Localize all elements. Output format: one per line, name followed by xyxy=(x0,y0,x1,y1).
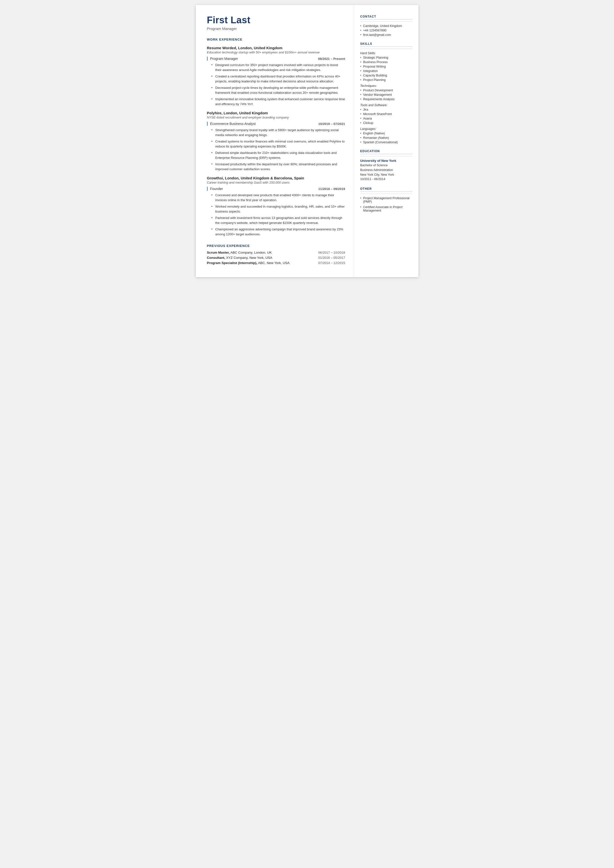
job-2-bullets: Strengthened company brand loyalty with … xyxy=(211,128,345,171)
prev-exp-3-title: Program Specialist (Internship), ABC, Ne… xyxy=(207,261,290,265)
techniques-subheader: Techniques: xyxy=(360,84,412,88)
prev-exp-2: Consultant, XYZ Company, New York, USA 0… xyxy=(207,256,345,259)
company-3-desc: Career training and membership SaaS with… xyxy=(207,181,345,184)
company-2-bold: Polyhire, xyxy=(207,111,223,115)
languages-list: English (Native) Romanian (Native) Spani… xyxy=(360,132,412,144)
skills-divider xyxy=(360,49,412,49)
prev-exp-3: Program Specialist (Internship), ABC, Ne… xyxy=(207,261,345,265)
prev-exp-2-dates: 01/2016 – 05/2017 xyxy=(318,256,345,259)
list-item: Implemented an innovative ticketing syst… xyxy=(211,97,345,106)
tool-jira: Jira xyxy=(360,108,412,111)
languages-subheader: Languages: xyxy=(360,127,412,130)
contact-address: Cambridge, United Kingdom xyxy=(360,24,412,28)
edu-location: New York City, New York xyxy=(360,173,394,176)
list-item: Decreased project cycle times by develop… xyxy=(211,85,345,95)
other-header: OTHER xyxy=(360,187,412,192)
edu-dates: 10/2011 - 06/2014 xyxy=(360,177,385,181)
tools-subheader: Tools and Software: xyxy=(360,103,412,107)
lang-english: English (Native) xyxy=(360,132,412,135)
contact-email: first.last@gmail.com xyxy=(360,33,412,37)
job-1-role-row: Program Manager 08/2021 – Present xyxy=(207,57,345,61)
skill-business-process: Business Process xyxy=(360,61,412,64)
tool-clickup: Clickup xyxy=(360,121,412,125)
skill-proposal-writing: Proposal Writing xyxy=(360,65,412,68)
skill-integration: Integration xyxy=(360,69,412,73)
tool-asana: Asana xyxy=(360,117,412,120)
tool-sharepoint: Microsoft SharePoint xyxy=(360,112,412,116)
list-item: Conceived and developed new products tha… xyxy=(211,193,345,202)
main-column: First Last Program Manager WORK EXPERIEN… xyxy=(196,5,354,277)
contact-phone: +44 1234567890 xyxy=(360,29,412,32)
company-1-rest: London, United Kingdom xyxy=(237,46,282,50)
skill-product-development: Product Development xyxy=(360,89,412,92)
job-1-dates: 08/2021 – Present xyxy=(318,57,345,61)
prev-exp-2-bold: Consultant, xyxy=(207,256,225,259)
contact-header: CONTACT xyxy=(360,15,412,20)
field-text: Business Administration xyxy=(360,168,393,172)
prev-exp-2-rest: XYZ Company, New York, USA xyxy=(225,256,272,259)
hard-skills-list: Strategic Planning Business Process Prop… xyxy=(360,56,412,82)
skill-capacity-building: Capacity Building xyxy=(360,74,412,77)
sidebar: CONTACT Cambridge, United Kingdom +44 12… xyxy=(354,5,419,277)
company-2-desc: NYSE-listed recruitment and employer bra… xyxy=(207,116,345,119)
other-capm: Certified Associate in Project Managemen… xyxy=(360,205,412,212)
job-3: Growthsi, London, United Kingdom & Barce… xyxy=(207,176,345,236)
list-item: Strengthened company brand loyalty with … xyxy=(211,128,345,137)
education-header: EDUCATION xyxy=(360,149,412,154)
prev-exp-1: Scrum Master, ABC Company, London, UK 06… xyxy=(207,251,345,255)
techniques-list: Product Development Vendor Management Re… xyxy=(360,89,412,101)
skill-project-planning: Project Planning xyxy=(360,78,412,82)
resume-container: First Last Program Manager WORK EXPERIEN… xyxy=(196,5,419,277)
company-2-name: Polyhire, London, United Kingdom xyxy=(207,111,345,115)
company-1-bold: Resume Worded, xyxy=(207,46,237,50)
work-experience-header: WORK EXPERIENCE xyxy=(207,37,345,41)
list-item: Created systems to monitor finances with… xyxy=(211,139,345,149)
prev-exp-2-title: Consultant, XYZ Company, New York, USA xyxy=(207,256,273,259)
other-pmp: Project Management Professional (PMP) xyxy=(360,196,412,203)
job-2-role-row: Ecommerce Business Analyst 10/2019 – 07/… xyxy=(207,122,345,126)
full-name: First Last xyxy=(207,15,345,25)
job-2-dates: 10/2019 – 07/2021 xyxy=(318,122,345,126)
degree-text: Bachelor of Science xyxy=(360,163,388,167)
hard-skills-subheader: Hard Skills: xyxy=(360,51,412,55)
job-3-role-title: Founder xyxy=(210,187,223,191)
list-item: Delivered simple dashboards for 210+ sta… xyxy=(211,151,345,160)
job-3-bullets: Conceived and developed new products tha… xyxy=(211,193,345,236)
tools-list: Jira Microsoft SharePoint Asana Clickup xyxy=(360,108,412,125)
company-3-bold: Growthsi, xyxy=(207,176,224,180)
other-divider xyxy=(360,194,412,194)
skill-vendor-management: Vendor Management xyxy=(360,93,412,96)
prev-exp-3-dates: 07/2014 – 12/2015 xyxy=(318,261,345,265)
prev-exp-1-dates: 06/2017 – 10/2018 xyxy=(318,251,345,255)
job-2-role-title: Ecommerce Business Analyst xyxy=(210,122,256,126)
contact-list: Cambridge, United Kingdom +44 1234567890… xyxy=(360,24,412,37)
list-item: Worked remotely and succeeded in managin… xyxy=(211,204,345,214)
list-item: Created a centralized reporting dashboar… xyxy=(211,74,345,84)
company-2-rest: London, United Kingdom xyxy=(223,111,268,115)
job-title: Program Manager xyxy=(207,26,345,31)
job-2: Polyhire, London, United Kingdom NYSE-li… xyxy=(207,111,345,171)
company-1-name: Resume Worded, London, United Kingdom xyxy=(207,46,345,50)
previous-experience-list: Scrum Master, ABC Company, London, UK 06… xyxy=(207,251,345,265)
prev-exp-3-bold: Program Specialist (Internship), xyxy=(207,261,257,265)
job-1: Resume Worded, London, United Kingdom Ed… xyxy=(207,46,345,106)
skill-requirements-analysis: Requirements Analysis xyxy=(360,98,412,101)
list-item: Partnered with investment firms across 1… xyxy=(211,216,345,225)
job-1-bullets: Designed curriculum for 350+ project man… xyxy=(211,63,345,106)
university-name: University of New York xyxy=(360,159,412,163)
lang-spanish: Spanish (Conversational) xyxy=(360,141,412,144)
previous-experience-header: PREVIOUS EXPERIENCE xyxy=(207,244,345,248)
list-item: Designed curriculum for 350+ project man… xyxy=(211,63,345,72)
job-3-role-row: Founder 11/2018 – 09/2019 xyxy=(207,187,345,191)
prev-exp-1-bold: Scrum Master, xyxy=(207,251,230,255)
company-3-name: Growthsi, London, United Kingdom & Barce… xyxy=(207,176,345,180)
job-1-role-title: Program Manager xyxy=(210,57,238,61)
list-item: Championed an aggressive advertising cam… xyxy=(211,227,345,236)
skills-header: SKILLS xyxy=(360,42,412,47)
degree: Bachelor of Science Business Administrat… xyxy=(360,163,412,182)
contact-divider xyxy=(360,22,412,22)
prev-exp-3-rest: ABC, New York, USA xyxy=(257,261,290,265)
company-1-desc: Education technology startup with 50+ em… xyxy=(207,50,345,54)
prev-exp-1-rest: ABC Company, London, UK xyxy=(230,251,272,255)
job-3-dates: 11/2018 – 09/2019 xyxy=(318,187,345,191)
